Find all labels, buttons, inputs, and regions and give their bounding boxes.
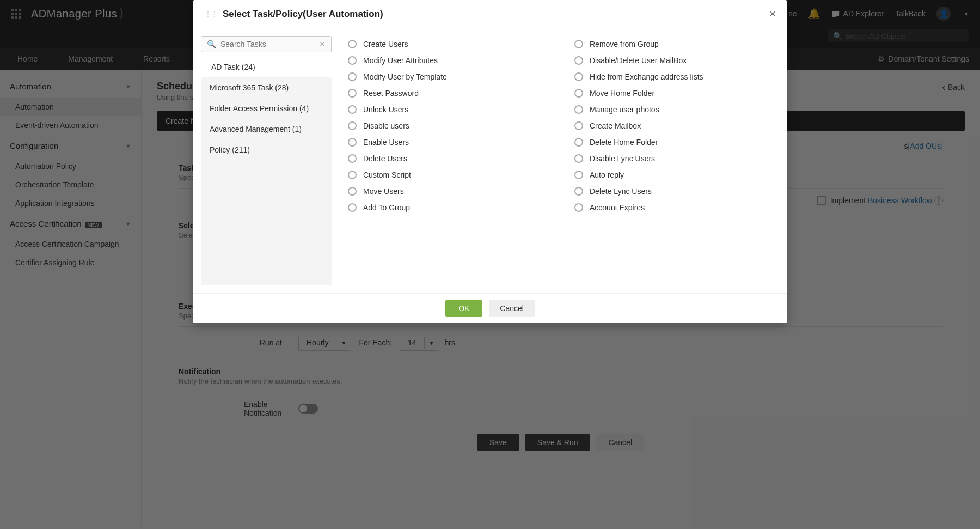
task-auto-reply[interactable]: Auto reply — [574, 167, 779, 183]
clear-search-icon[interactable]: ✕ — [319, 40, 326, 48]
radio-icon — [348, 40, 357, 48]
modal-close-button[interactable]: × — [769, 8, 776, 20]
radio-icon — [574, 56, 583, 65]
radio-icon — [574, 72, 583, 81]
task-account-expires[interactable]: Account Expires — [574, 199, 779, 216]
radio-icon — [574, 40, 583, 48]
modal-title: Select Task/Policy(User Automation) — [223, 9, 383, 20]
radio-icon — [574, 138, 583, 147]
modal-ok-button[interactable]: OK — [445, 300, 482, 317]
radio-icon — [574, 121, 583, 130]
radio-icon — [348, 121, 357, 130]
radio-icon — [574, 105, 583, 114]
radio-icon — [348, 187, 357, 196]
task-disable-users[interactable]: Disable users — [348, 118, 553, 134]
task-unlock-users[interactable]: Unlock Users — [348, 101, 553, 118]
task-list: Create Users Modify User Attributes Modi… — [332, 36, 779, 276]
category-folder-access[interactable]: Folder Access Permission (4) — [201, 98, 332, 119]
task-custom-script[interactable]: Custom Script — [348, 167, 553, 183]
select-task-modal: ⋮⋮ Select Task/Policy(User Automation) ×… — [193, 0, 787, 323]
task-delete-home-folder[interactable]: Delete Home Folder — [574, 134, 779, 150]
task-manage-photos[interactable]: Manage user photos — [574, 101, 779, 118]
radio-icon — [348, 89, 357, 98]
task-delete-users[interactable]: Delete Users — [348, 150, 553, 167]
radio-icon — [348, 154, 357, 163]
category-advanced-mgmt[interactable]: Advanced Management (1) — [201, 119, 332, 139]
radio-icon — [574, 154, 583, 163]
task-reset-password[interactable]: Reset Password — [348, 85, 553, 101]
task-remove-from-group[interactable]: Remove from Group — [574, 36, 779, 52]
radio-icon — [348, 105, 357, 114]
search-icon: 🔍 — [207, 40, 216, 48]
category-list: AD Task (24) Microsoft 365 Task (28) Fol… — [201, 57, 332, 285]
category-m365-task[interactable]: Microsoft 365 Task (28) — [201, 77, 332, 98]
task-modify-by-template[interactable]: Modify User by Template — [348, 69, 553, 85]
radio-icon — [574, 203, 583, 212]
radio-icon — [574, 89, 583, 98]
drag-handle-icon[interactable]: ⋮⋮ — [204, 10, 217, 19]
task-disable-delete-mailbox[interactable]: Disable/Delete User MailBox — [574, 52, 779, 69]
task-add-to-group[interactable]: Add To Group — [348, 199, 553, 216]
task-modify-attributes[interactable]: Modify User Attributes — [348, 52, 553, 69]
task-move-users[interactable]: Move Users — [348, 183, 553, 199]
task-disable-lync[interactable]: Disable Lync Users — [574, 150, 779, 167]
task-hide-exchange[interactable]: Hide from Exchange address lists — [574, 69, 779, 85]
radio-icon — [348, 56, 357, 65]
category-ad-task[interactable]: AD Task (24) — [201, 57, 332, 77]
radio-icon — [348, 138, 357, 147]
task-delete-lync[interactable]: Delete Lync Users — [574, 183, 779, 199]
modal-cancel-button[interactable]: Cancel — [489, 300, 535, 317]
radio-icon — [348, 72, 357, 81]
task-move-home-folder[interactable]: Move Home Folder — [574, 85, 779, 101]
task-enable-users[interactable]: Enable Users — [348, 134, 553, 150]
task-create-users[interactable]: Create Users — [348, 36, 553, 52]
task-search-input[interactable] — [220, 40, 319, 48]
task-create-mailbox[interactable]: Create Mailbox — [574, 118, 779, 134]
radio-icon — [574, 187, 583, 196]
category-policy[interactable]: Policy (211) — [201, 139, 332, 160]
task-search[interactable]: 🔍 ✕ — [201, 36, 332, 52]
radio-icon — [348, 171, 357, 179]
radio-icon — [574, 171, 583, 179]
radio-icon — [348, 203, 357, 212]
